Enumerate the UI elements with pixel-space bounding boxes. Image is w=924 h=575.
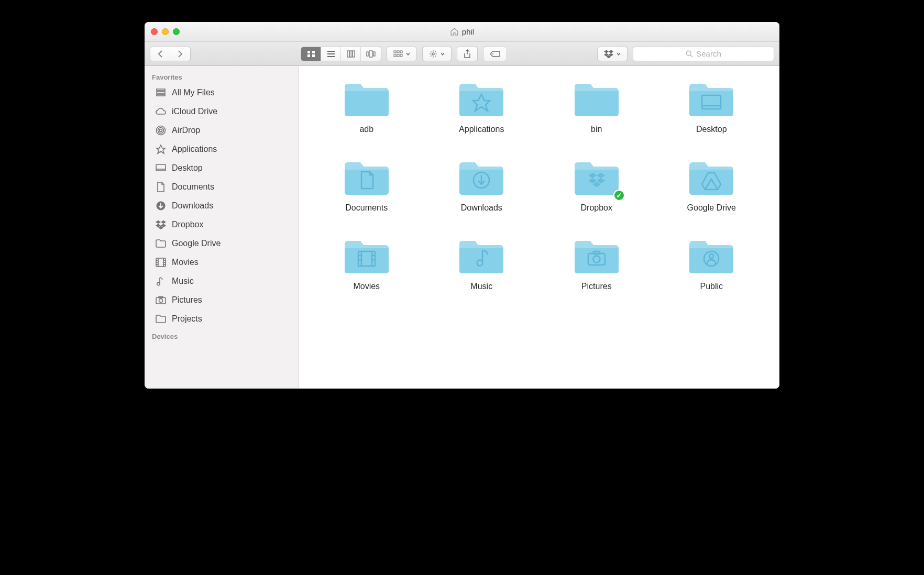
svg-rect-13 (394, 51, 396, 53)
svg-rect-23 (157, 89, 165, 91)
arrange-icon (393, 50, 403, 58)
sidebar-item-label: Movies (172, 258, 199, 267)
folder-label: Music (470, 282, 492, 291)
sidebar-item-projects[interactable]: Projects (145, 309, 298, 328)
folder-item-movies[interactable]: Movies (320, 237, 414, 291)
sidebar-item-google-drive[interactable]: Google Drive (145, 234, 298, 253)
search-input[interactable]: Search (633, 47, 774, 61)
svg-point-27 (158, 128, 164, 134)
svg-rect-12 (373, 52, 375, 56)
sidebar-item-label: Applications (172, 145, 217, 154)
content-area[interactable]: adb Applications bin Desktop Documents D… (299, 66, 779, 389)
documents-icon (155, 181, 167, 193)
svg-rect-16 (394, 54, 396, 57)
svg-rect-2 (307, 54, 310, 57)
folder-label: Desktop (696, 125, 727, 134)
folder-item-applications[interactable]: Applications (435, 80, 529, 134)
fullscreen-button[interactable] (173, 28, 180, 35)
chevron-down-icon (617, 52, 621, 56)
sidebar-item-desktop[interactable]: Desktop (145, 159, 298, 178)
svg-rect-1 (312, 51, 315, 53)
sidebar-item-label: Projects (172, 314, 202, 324)
folder-item-desktop[interactable]: Desktop (665, 80, 759, 134)
action-button[interactable] (422, 47, 452, 61)
svg-rect-14 (397, 51, 399, 53)
close-button[interactable] (151, 28, 158, 35)
gear-icon (429, 50, 437, 58)
sidebar-item-music[interactable]: Music (145, 272, 298, 291)
sidebar-item-dropbox[interactable]: Dropbox (145, 215, 298, 234)
folder-item-documents[interactable]: Documents (320, 158, 414, 213)
window-title-text: phil (462, 27, 474, 36)
sidebar-item-label: Dropbox (172, 220, 203, 229)
sidebar-item-pictures[interactable]: Pictures (145, 291, 298, 309)
sidebar-item-label: All My Files (172, 88, 215, 97)
list-view-button[interactable] (321, 47, 341, 61)
sidebar-item-airdrop[interactable]: AirDrop (145, 121, 298, 140)
folder-item-bin[interactable]: bin (549, 80, 644, 134)
folder-item-downloads[interactable]: Downloads (435, 158, 529, 213)
pictures-icon (155, 294, 167, 306)
all-my-files-icon (155, 87, 167, 98)
sidebar-item-documents[interactable]: Documents (145, 178, 298, 196)
folder-item-music[interactable]: Music (435, 237, 529, 291)
svg-rect-15 (400, 51, 402, 53)
folder-icon (686, 80, 736, 119)
sidebar-item-all-my-files[interactable]: All My Files (145, 83, 298, 102)
sidebar-item-label: Documents (172, 182, 214, 192)
svg-point-28 (160, 129, 162, 132)
sidebar-item-movies[interactable]: Movies (145, 253, 298, 272)
tag-icon (490, 50, 500, 58)
svg-rect-3 (312, 54, 315, 57)
folder-icon (456, 237, 507, 277)
folder-item-dropbox[interactable]: ✓Dropbox (549, 158, 644, 213)
folder-label: Pictures (581, 282, 612, 291)
svg-rect-29 (156, 164, 166, 171)
svg-line-22 (690, 55, 692, 57)
folder-icon (342, 237, 392, 277)
folder-icon (571, 80, 622, 119)
forward-button[interactable] (170, 47, 190, 61)
folder-icon: ✓ (571, 158, 622, 198)
view-mode-segment (301, 47, 381, 61)
arrange-button[interactable] (387, 47, 417, 61)
folder-item-public[interactable]: Public (665, 237, 759, 291)
list-view-icon (327, 50, 335, 58)
tags-button[interactable] (483, 47, 507, 61)
svg-rect-17 (397, 54, 399, 57)
sidebar-item-label: AirDrop (172, 126, 200, 135)
folder-label: Google Drive (687, 203, 736, 213)
folder-item-google-drive[interactable]: Google Drive (665, 158, 759, 213)
coverflow-view-button[interactable] (361, 47, 381, 61)
svg-rect-25 (157, 94, 165, 96)
sidebar-item-downloads[interactable]: Downloads (145, 196, 298, 215)
share-button[interactable] (457, 47, 478, 61)
sync-badge-icon: ✓ (613, 190, 625, 201)
folder-item-pictures[interactable]: Pictures (549, 237, 644, 291)
sidebar-item-icloud-drive[interactable]: iCloud Drive (145, 102, 298, 121)
folder-label: Public (700, 282, 723, 291)
svg-rect-24 (157, 92, 165, 93)
folder-icon (155, 313, 167, 325)
chevron-left-icon (157, 50, 163, 58)
movies-icon (155, 257, 167, 268)
minimize-button[interactable] (162, 28, 169, 35)
sidebar-item-applications[interactable]: Applications (145, 140, 298, 159)
folder-icon (456, 80, 507, 119)
svg-rect-8 (350, 51, 352, 57)
chevron-down-icon (441, 52, 445, 56)
folder-label: Applications (459, 125, 504, 134)
folder-item-adb[interactable]: adb (320, 80, 414, 134)
chevron-right-icon (177, 50, 183, 58)
column-view-button[interactable] (341, 47, 361, 61)
downloads-icon (155, 200, 167, 212)
folder-label: Downloads (461, 203, 502, 213)
sidebar-item-label: Music (172, 277, 194, 286)
folder-icon (686, 158, 736, 198)
folder-icon (456, 158, 507, 198)
back-button[interactable] (150, 47, 170, 61)
window-controls (145, 28, 180, 35)
share-icon (464, 49, 471, 59)
icon-view-button[interactable] (301, 47, 321, 61)
dropbox-toolbar-button[interactable] (597, 47, 628, 61)
